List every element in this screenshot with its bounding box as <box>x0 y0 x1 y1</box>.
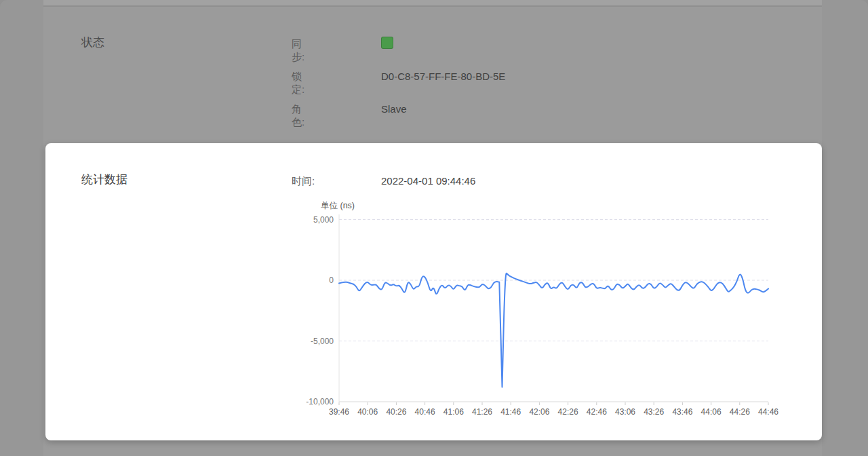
svg-text:41:46: 41:46 <box>500 407 521 417</box>
svg-text:43:06: 43:06 <box>615 407 635 417</box>
svg-text:40:06: 40:06 <box>357 407 378 417</box>
sync-status-indicator <box>381 37 393 49</box>
svg-text:39:46: 39:46 <box>329 407 349 417</box>
lock-value: D0-C8-57-FF-FE-80-BD-5E <box>381 71 505 82</box>
statistics-section-title: 统计数据 <box>81 172 127 187</box>
svg-text:41:26: 41:26 <box>472 407 492 417</box>
offset-line-chart-svg[interactable]: 5,0000-5,000-10,00039:4640:0640:2640:464… <box>298 197 787 428</box>
svg-text:40:26: 40:26 <box>386 407 406 417</box>
svg-text:0: 0 <box>329 276 334 285</box>
svg-text:43:26: 43:26 <box>644 407 664 417</box>
role-label: 角色: <box>292 103 304 129</box>
statistics-card: 统计数据 时间: 2022-04-01 09:44:46 5,0000-5,00… <box>45 143 822 440</box>
time-label: 时间: <box>292 175 315 188</box>
svg-text:43:46: 43:46 <box>672 407 692 417</box>
page-background: 状态 同步: 锁定: D0-C8-57-FF-FE-80-BD-5E 角色: S… <box>0 0 868 456</box>
svg-text:44:26: 44:26 <box>730 407 750 417</box>
svg-text:5,000: 5,000 <box>313 215 334 225</box>
sync-label: 同步: <box>292 38 304 64</box>
lock-label: 锁定: <box>292 71 304 96</box>
app-window: 状态 同步: 锁定: D0-C8-57-FF-FE-80-BD-5E 角色: S… <box>0 0 868 456</box>
offset-line-chart[interactable]: 5,0000-5,000-10,00039:4640:0640:2640:464… <box>298 197 787 428</box>
top-divider-strip <box>43 0 822 7</box>
svg-text:-5,000: -5,000 <box>311 337 334 346</box>
svg-text:42:06: 42:06 <box>529 407 549 417</box>
svg-text:-10,000: -10,000 <box>306 397 334 406</box>
svg-text:44:06: 44:06 <box>701 407 722 417</box>
svg-text:40:46: 40:46 <box>415 407 435 417</box>
svg-text:41:06: 41:06 <box>443 407 464 417</box>
time-value: 2022-04-01 09:44:46 <box>381 175 475 187</box>
svg-text:单位 (ns): 单位 (ns) <box>321 201 355 210</box>
svg-text:44:46: 44:46 <box>758 407 778 417</box>
svg-text:42:46: 42:46 <box>587 407 607 417</box>
role-value: Slave <box>381 103 407 115</box>
status-section-title: 状态 <box>81 35 104 50</box>
svg-text:42:26: 42:26 <box>558 407 578 417</box>
